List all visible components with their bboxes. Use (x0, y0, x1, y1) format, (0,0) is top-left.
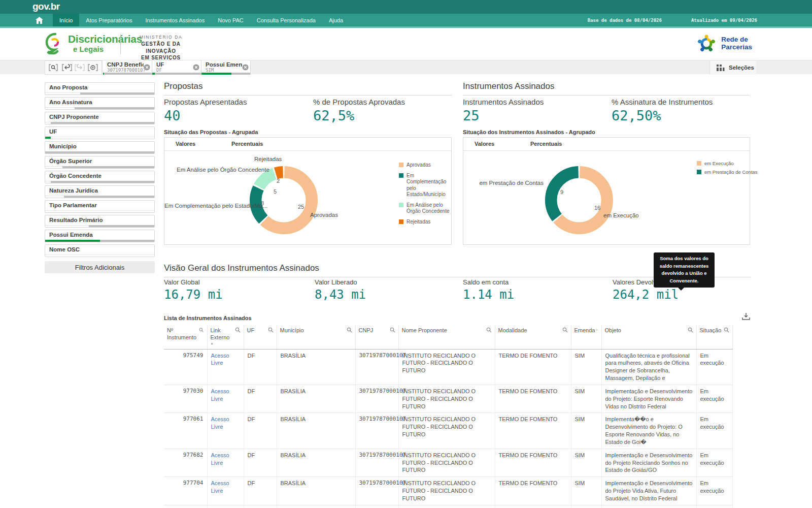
legend-item[interactable]: Em Análise pelo Órgão Concedente (399, 202, 450, 215)
sidebar-filter[interactable]: Nome OSC (45, 244, 155, 257)
column-header[interactable]: Município (277, 325, 355, 349)
nav-item[interactable]: Ajuda (322, 14, 350, 26)
cell-objeto: Implementação e Desenvolvimento do Proje… (601, 477, 696, 505)
cell-cnpj: 30719787000107 (355, 385, 398, 413)
selections-button[interactable]: Seleções (709, 60, 756, 75)
cell-cnpj: 30719787000107 (355, 477, 398, 505)
cell-emenda: SIM (571, 413, 601, 449)
instrumentos-donut-chart[interactable] (541, 162, 617, 238)
nav-item[interactable]: Início (53, 14, 79, 26)
column-search-icon[interactable] (724, 327, 729, 333)
kpi-instrumentos-assinados: Instrumentos Assinados 25 (463, 98, 544, 123)
table-row[interactable]: 982589 Acesso Livre DF BRASÍLIA 30719787… (164, 505, 732, 508)
column-search-icon[interactable] (347, 327, 352, 333)
sidebar-filter[interactable]: UF (45, 126, 155, 139)
cell-link-externo[interactable]: Acesso Livre (207, 477, 244, 505)
sidebar-filter[interactable]: CNPJ Proponente (45, 112, 155, 124)
chip-close-button[interactable] (242, 64, 249, 73)
selection-chip[interactable]: UF DF (152, 60, 201, 75)
legend-swatch (697, 161, 701, 166)
sidebar-filter[interactable]: Natureza Jurídica (45, 185, 155, 198)
home-button[interactable] (32, 17, 46, 24)
legend-swatch (399, 173, 403, 178)
sidebar-filter[interactable]: Possui Emenda (45, 230, 155, 242)
cell-nome-proponente: INSTITUTO RECICLANDO O FUTURO - RECICLAN… (398, 477, 495, 505)
redo-selection-button[interactable] (75, 64, 85, 72)
table-row[interactable]: 977704 Acesso Livre DF BRASÍLIA 30719787… (164, 477, 732, 505)
cell-link-externo[interactable]: Acesso Livre (207, 413, 244, 449)
column-header[interactable]: Nome Proponente (398, 325, 495, 349)
legend-item[interactable]: em Prestação de Contas (697, 169, 758, 175)
tab-percentuais[interactable]: Percentuais (231, 141, 263, 147)
table-row[interactable]: 977682 Acesso Livre DF BRASÍLIA 30719787… (164, 449, 732, 477)
sidebar-filter[interactable]: Órgão Concedente (45, 171, 155, 183)
column-header[interactable]: Emenda (571, 325, 601, 349)
chip-selection-bar (201, 73, 250, 75)
nav-item[interactable]: Instrumentos Assinados (139, 14, 211, 26)
download-button[interactable] (742, 312, 750, 323)
cell-link-externo[interactable]: Acesso Livre (207, 449, 244, 477)
table-row[interactable]: 977030 Acesso Livre DF BRASÍLIA 30719787… (164, 385, 732, 413)
clear-selections-button[interactable] (88, 64, 98, 72)
tab-valores[interactable]: Valores (475, 141, 494, 147)
column-search-icon[interactable] (390, 327, 395, 333)
selection-chip[interactable]: Possui Emenda SIM (201, 60, 251, 75)
column-header[interactable]: Situação (696, 325, 732, 349)
table-row[interactable]: 977061 Acesso Livre DF BRASÍLIA 30719787… (164, 413, 732, 449)
kpi-pct-assinatura: % Assinatura de Instrumentos 62,50% (612, 98, 713, 123)
column-header[interactable]: Link Externo ▲ (207, 325, 244, 349)
star-people-icon (696, 33, 717, 54)
smart-search-button[interactable] (49, 64, 59, 72)
filter-selection-bar (45, 196, 154, 198)
column-header[interactable]: Objeto (601, 325, 696, 349)
column-search-icon[interactable] (596, 327, 598, 333)
legend-item[interactable]: em Execução (697, 161, 758, 167)
value-aprovadas: 25 (298, 204, 304, 210)
nav-item[interactable]: Consulta Personalizada (250, 14, 322, 26)
gov-topbar: gov.br (0, 0, 812, 14)
undo-selection-button[interactable] (62, 64, 72, 72)
cell-link-externo[interactable]: Acesso Livre (207, 385, 244, 413)
cell-situacao: Em execução (696, 349, 732, 385)
additional-filters-button[interactable]: Filtros Adicionais (45, 261, 155, 273)
sidebar-filter[interactable]: Tipo Parlamentar (45, 200, 155, 213)
cell-link-externo[interactable]: Acesso Livre (207, 505, 244, 508)
sidebar-filter[interactable]: Ano Assinatura (45, 97, 155, 110)
column-search-icon[interactable] (199, 327, 204, 333)
chip-close-button[interactable] (193, 64, 199, 73)
legend-item[interactable]: Aprovadas (399, 162, 450, 169)
instrumentos-table: Nº Instrumento Link Externo ▲ (164, 325, 733, 508)
cell-modalidade: TERMO DE FOMENTO (495, 449, 571, 477)
chip-close-button[interactable] (144, 64, 150, 73)
callout-aprovadas: Aprovadas (310, 212, 338, 218)
sidebar-filter[interactable]: Município (45, 141, 155, 154)
tab-valores[interactable]: Valores (176, 141, 195, 147)
column-search-icon[interactable] (486, 327, 492, 333)
table-row[interactable]: 975749 Acesso Livre DF BRASÍLIA 30719787… (164, 349, 732, 385)
column-search-icon[interactable] (235, 327, 241, 333)
clear-selections-icon (88, 64, 98, 72)
column-header[interactable]: Nº Instrumento (164, 325, 207, 349)
cell-municipio: BRASÍLIA (277, 349, 355, 385)
sidebar-filter[interactable]: Resultado Primário (45, 215, 155, 228)
legend-item[interactable]: Rejeitadas (399, 219, 450, 226)
propostas-donut-chart[interactable] (246, 162, 322, 238)
column-search-icon[interactable] (268, 327, 274, 333)
cell-link-externo[interactable]: Acesso Livre (207, 349, 244, 385)
cell-objeto: Implementação e Desenvolvimento do Proje… (601, 449, 696, 477)
selection-chip[interactable]: CNPJ Benefici... 30719787000107 (103, 60, 152, 75)
column-header[interactable]: UF (244, 325, 277, 349)
nav-menu: Início Atos Preparatórios Instrumentos A… (53, 14, 350, 26)
govbr-logo[interactable]: gov.br (32, 1, 60, 12)
tab-percentuais[interactable]: Percentuais (530, 141, 562, 147)
sidebar-filter[interactable]: Ano Proposta (45, 82, 155, 95)
sidebar-filter[interactable]: Órgão Superior (45, 156, 155, 169)
column-search-icon[interactable] (688, 327, 693, 333)
column-header[interactable]: Modalidade (495, 325, 571, 349)
nav-item[interactable]: Novo PAC (211, 14, 250, 26)
nav-item[interactable]: Atos Preparatórios (79, 14, 139, 26)
column-header[interactable]: CNPJ (355, 325, 398, 349)
legend-item[interactable]: Em Complementação pelo Estado/Município (399, 173, 450, 198)
column-search-icon[interactable] (562, 327, 568, 333)
cell-situacao: Em execução (696, 385, 732, 413)
